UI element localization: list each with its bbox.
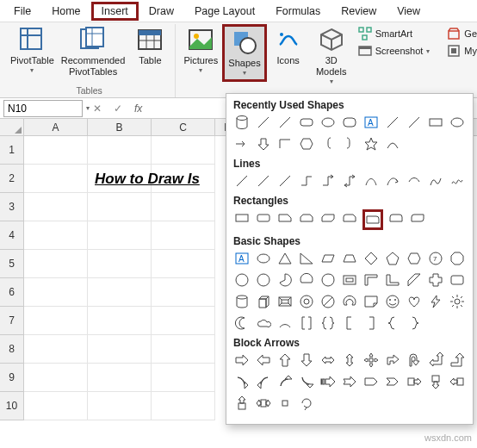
cell[interactable] (24, 136, 88, 165)
shape-right-callout-arrow-icon[interactable] (406, 373, 423, 390)
shape-right-triangle-icon[interactable] (298, 250, 315, 267)
name-box[interactable] (3, 100, 83, 117)
cell[interactable] (88, 221, 152, 250)
cell[interactable] (24, 392, 88, 420)
tab-formulas[interactable]: Formulas (265, 2, 331, 21)
shape-bevel-icon[interactable] (276, 293, 294, 310)
shape-bent-up-arrow-icon[interactable] (449, 352, 466, 369)
shape-oval-icon[interactable] (319, 114, 337, 131)
shape-half-frame-icon[interactable] (362, 271, 380, 289)
tab-pagelayout[interactable]: Page Layout (184, 2, 265, 21)
shapes-button[interactable]: Shapes ▾ (222, 24, 266, 82)
cell[interactable] (88, 364, 152, 392)
tab-view[interactable]: View (387, 2, 431, 21)
shape-textbox-icon[interactable]: A (233, 250, 251, 267)
shape-round-diag-rect-icon[interactable] (409, 209, 426, 227)
shape-down-callout-arrow-icon[interactable] (427, 373, 444, 390)
shape-textbox-icon[interactable]: A (362, 114, 380, 131)
cell[interactable] (152, 307, 215, 335)
enter-formula-button[interactable]: ✓ (110, 103, 126, 115)
shape-donut-icon[interactable] (298, 293, 315, 310)
shape-round1-rect-icon[interactable] (362, 209, 383, 230)
shape-snip-diag-rect-icon[interactable] (319, 209, 337, 227)
cell[interactable] (24, 250, 88, 278)
shape-elbow-icon[interactable] (298, 172, 315, 190)
shape-left-callout-arrow-icon[interactable] (449, 373, 466, 390)
shape-line-icon[interactable] (384, 114, 401, 131)
cell[interactable] (24, 193, 88, 221)
shape-folded-corner-icon[interactable] (362, 293, 380, 310)
cell[interactable] (88, 193, 152, 221)
shape-curved-right-arrow-icon[interactable] (233, 373, 251, 390)
shape-leftright-callout-icon[interactable] (255, 395, 272, 412)
shape-downarrow-icon[interactable] (255, 135, 272, 152)
shape-updown-arrow-icon[interactable] (341, 352, 358, 369)
shape-striped-right-arrow-icon[interactable] (319, 373, 337, 390)
shape-bent-arrow-icon[interactable] (384, 352, 401, 369)
shape-chord-icon[interactable] (298, 271, 315, 289)
tab-file[interactable]: File (3, 2, 41, 21)
shape-smiley-icon[interactable] (384, 293, 401, 310)
cell[interactable] (152, 193, 215, 221)
shape-sun-icon[interactable] (449, 293, 466, 310)
shape-l-icon[interactable] (384, 271, 401, 289)
shape-dodecagon-icon[interactable] (255, 271, 272, 289)
cell[interactable] (88, 136, 152, 165)
shape-brace-icon[interactable] (341, 135, 358, 152)
shape-oval-icon[interactable] (255, 250, 272, 267)
shape-diamond-icon[interactable] (362, 250, 380, 267)
my-addins-button[interactable]: My (443, 43, 477, 59)
shape-can-icon[interactable] (233, 293, 251, 310)
shape-right-brace-icon[interactable] (406, 314, 423, 332)
col-header-a[interactable]: A (24, 119, 88, 135)
table-button[interactable]: Table (128, 24, 171, 68)
row-header[interactable]: 8 (0, 335, 24, 364)
shape-plus-icon[interactable] (427, 271, 444, 289)
shape-line-icon[interactable] (406, 114, 423, 131)
shape-octagon-icon[interactable] (449, 250, 466, 267)
cell[interactable] (152, 364, 215, 392)
row-header[interactable]: 5 (0, 250, 24, 278)
shape-arc-icon[interactable] (276, 314, 294, 332)
cell[interactable] (88, 307, 152, 335)
cell[interactable] (88, 250, 152, 278)
cell[interactable] (88, 392, 152, 420)
cell[interactable] (152, 335, 215, 364)
shape-heart-icon[interactable] (406, 293, 423, 310)
shape-right-bracket-icon[interactable] (362, 314, 380, 332)
row-header[interactable]: 7 (0, 307, 24, 335)
cell[interactable] (24, 307, 88, 335)
shape-up-callout-arrow-icon[interactable] (233, 395, 251, 412)
shape-quad-arrow-icon[interactable] (362, 352, 380, 369)
select-all-corner[interactable] (0, 119, 24, 135)
shape-curve-double-icon[interactable] (406, 172, 423, 190)
icons-button[interactable]: Icons (267, 24, 310, 68)
shape-teardrop-icon[interactable] (319, 271, 337, 289)
shape-cloud-icon[interactable] (255, 314, 272, 332)
cell[interactable] (152, 250, 215, 278)
shape-snip2-rect-icon[interactable] (298, 209, 315, 227)
shape-plaque-icon[interactable] (449, 271, 466, 289)
shape-curve-icon[interactable] (362, 172, 380, 190)
shape-heptagon-icon[interactable]: 7 (427, 250, 444, 267)
shape-quad-callout-icon[interactable] (276, 395, 294, 412)
shape-line-icon[interactable] (255, 172, 272, 190)
row-header[interactable]: 4 (0, 221, 24, 250)
cell[interactable] (24, 278, 88, 307)
tab-draw[interactable]: Draw (139, 2, 184, 21)
shape-line-icon[interactable] (276, 114, 294, 131)
shape-triangle-icon[interactable] (276, 250, 294, 267)
shape-line-icon[interactable] (276, 172, 294, 190)
shape-elbow-double-icon[interactable] (341, 172, 358, 190)
shape-brace-pair-icon[interactable] (319, 314, 337, 332)
shape-snip-round-rect-icon[interactable] (341, 209, 358, 227)
cell[interactable] (24, 335, 88, 364)
shape-uturn-arrow-icon[interactable] (406, 352, 423, 369)
shape-snip1-rect-icon[interactable] (276, 209, 294, 227)
shape-bracket-icon[interactable] (298, 314, 315, 332)
tab-review[interactable]: Review (331, 2, 387, 21)
cell[interactable] (88, 335, 152, 364)
cell[interactable] (152, 392, 215, 420)
shape-chevron-icon[interactable] (384, 373, 401, 390)
shape-decagon-icon[interactable] (233, 271, 251, 289)
